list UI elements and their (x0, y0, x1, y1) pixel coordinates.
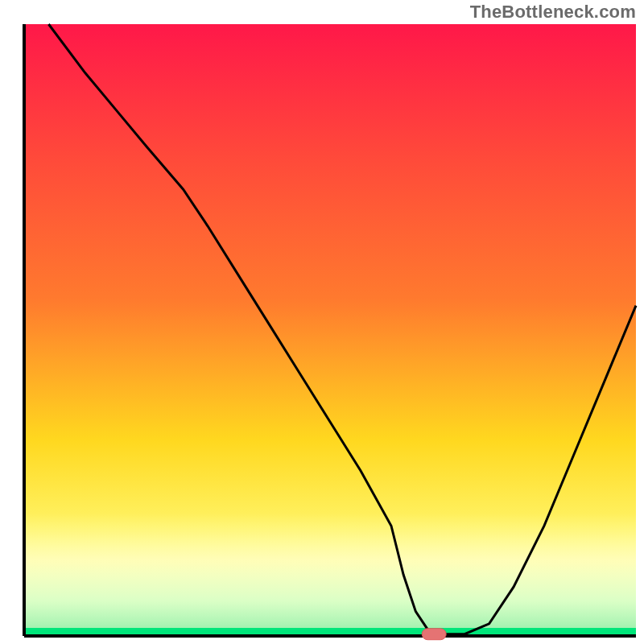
chart-frame: TheBottleneck.com (0, 0, 644, 644)
optimal-marker (422, 629, 446, 640)
plot-bottom-band (24, 514, 636, 630)
chart-svg (0, 0, 644, 644)
